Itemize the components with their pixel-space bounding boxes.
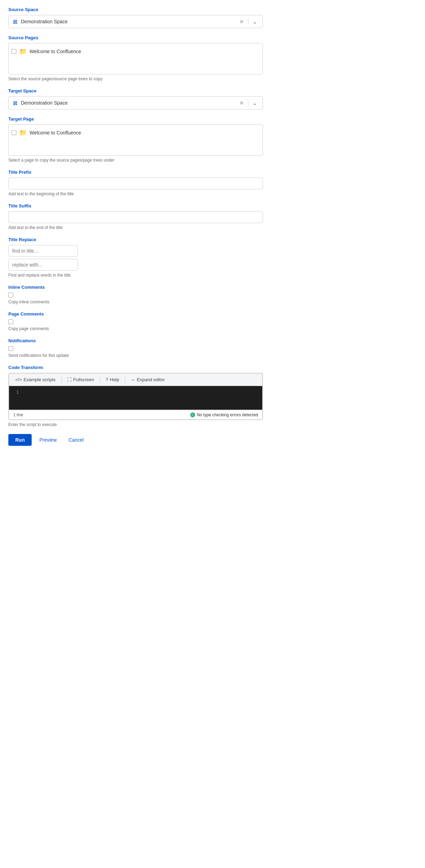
source-space-select[interactable]: ⊠ Demonstration Space ✕ ⌄ [8, 15, 263, 28]
notifications-checkbox[interactable] [8, 346, 13, 351]
source-space-clear-button[interactable]: ✕ [238, 18, 245, 25]
source-space-value: Demonstration Space [21, 19, 238, 24]
status-text: No type checking errors detected [197, 412, 258, 417]
code-icon: </> [15, 377, 22, 382]
inline-comments-label: Inline Comments [8, 285, 263, 290]
replace-group [8, 245, 263, 271]
code-status-bar: 1 line ✓ No type checking errors detecte… [9, 410, 263, 420]
example-scripts-label: Example scripts [24, 377, 56, 382]
notifications-helper: Send notifications for this update [8, 353, 263, 358]
code-transform-helper: Enter the script to execute [8, 422, 263, 427]
target-space-actions: ✕ ⌄ [238, 99, 258, 106]
title-prefix-label: Title Prefix [8, 170, 263, 175]
notifications-row [8, 346, 263, 351]
title-suffix-input[interactable] [8, 211, 263, 223]
help-label: Help [110, 377, 119, 382]
target-page-label: Target Page [8, 116, 263, 122]
fullscreen-button[interactable]: ⛶ Fullscreen [64, 376, 98, 384]
notifications-label: Notifications [8, 338, 263, 343]
code-editor[interactable]: 1 [9, 386, 263, 410]
list-item: 📁 Welcome to Confluence [11, 128, 260, 138]
inline-comments-section: Inline Comments Copy inline comments [8, 285, 263, 304]
cancel-button[interactable]: Cancel [64, 434, 88, 446]
preview-button[interactable]: Preview [35, 434, 61, 446]
target-space-section: Target Space ⊠ Demonstration Space ✕ ⌄ [8, 88, 263, 109]
help-button[interactable]: ? Help [102, 376, 123, 384]
title-prefix-input[interactable] [8, 178, 263, 189]
title-suffix-helper: Add text to the end of the title [8, 225, 263, 230]
source-space-icon: ⊠ [13, 18, 17, 25]
folder-icon: 📁 [19, 48, 27, 55]
target-space-select[interactable]: ⊠ Demonstration Space ✕ ⌄ [8, 96, 263, 109]
source-pages-section: Source Pages 📁 Welcome to Confluence Sel… [8, 35, 263, 81]
source-page-checkbox[interactable] [11, 49, 16, 54]
code-content[interactable] [23, 390, 262, 406]
notifications-section: Notifications Send notifications for thi… [8, 338, 263, 358]
target-space-expand-button[interactable]: ⌄ [251, 100, 258, 106]
folder-icon-2: 📁 [19, 129, 27, 137]
inline-comments-row [8, 293, 263, 297]
fullscreen-icon: ⛶ [67, 377, 72, 382]
title-suffix-label: Title Suffix [8, 203, 263, 208]
target-page-name: Welcome to Confluence [30, 130, 81, 136]
title-replace-helper: Find and replace words in the title [8, 273, 263, 278]
help-icon: ? [106, 377, 108, 382]
action-buttons: Run Preview Cancel [8, 434, 263, 446]
target-page-checkbox[interactable] [11, 130, 16, 135]
source-page-name: Welcome to Confluence [30, 49, 81, 54]
title-suffix-section: Title Suffix Add text to the end of the … [8, 203, 263, 230]
source-pages-label: Source Pages [8, 35, 263, 40]
find-in-title-input[interactable] [8, 245, 78, 257]
code-transform-wrapper: </> Example scripts ⛶ Fullscreen ? Help … [8, 373, 263, 420]
target-space-icon: ⊠ [13, 100, 17, 106]
run-button[interactable]: Run [8, 434, 32, 446]
title-prefix-section: Title Prefix Add text to the beginning o… [8, 170, 263, 196]
toolbar-separator-3 [125, 377, 125, 383]
title-replace-section: Title Replace Find and replace words in … [8, 237, 263, 278]
expand-editor-icon: ↔ [131, 377, 135, 382]
target-space-value: Demonstration Space [21, 100, 238, 106]
inline-comments-helper: Copy inline comments [8, 300, 263, 304]
page-comments-label: Page Comments [8, 311, 263, 317]
status-ok: ✓ No type checking errors detected [190, 412, 258, 417]
target-page-list: 📁 Welcome to Confluence [8, 124, 263, 156]
target-space-label: Target Space [8, 88, 263, 93]
select-divider [248, 18, 248, 25]
toolbar-separator-2 [100, 377, 100, 383]
expand-editor-label: Expand editor [137, 377, 165, 382]
code-transform-section: Code Transform </> Example scripts ⛶ Ful… [8, 365, 263, 427]
list-item: 📁 Welcome to Confluence [11, 46, 260, 57]
page-comments-checkbox[interactable] [8, 319, 13, 324]
status-dot-icon: ✓ [190, 412, 195, 417]
fullscreen-label: Fullscreen [73, 377, 94, 382]
target-page-helper: Select a page to copy the source pages/p… [8, 158, 263, 163]
source-space-section: Source Space ⊠ Demonstration Space ✕ ⌄ [8, 7, 263, 28]
source-space-actions: ✕ ⌄ [238, 18, 258, 25]
source-space-expand-button[interactable]: ⌄ [251, 18, 258, 25]
code-toolbar: </> Example scripts ⛶ Fullscreen ? Help … [9, 373, 263, 386]
page-comments-helper: Copy page comments [8, 326, 263, 331]
title-prefix-helper: Add text to the beginning of the title [8, 191, 263, 196]
line-number-1: 1 [16, 390, 19, 395]
lines-count: 1 line [13, 412, 23, 417]
source-pages-list: 📁 Welcome to Confluence [8, 43, 263, 74]
select-divider-2 [248, 99, 248, 106]
replace-with-input[interactable] [8, 259, 78, 271]
expand-editor-button[interactable]: ↔ Expand editor [127, 376, 168, 384]
example-scripts-button[interactable]: </> Example scripts [12, 376, 59, 384]
page-comments-section: Page Comments Copy page comments [8, 311, 263, 331]
target-page-section: Target Page 📁 Welcome to Confluence Sele… [8, 116, 263, 163]
source-pages-helper: Select the source pages/source page tree… [8, 76, 263, 81]
toolbar-separator-1 [61, 377, 62, 383]
target-space-clear-button[interactable]: ✕ [238, 100, 245, 106]
title-replace-label: Title Replace [8, 237, 263, 242]
page-comments-row [8, 319, 263, 324]
source-space-label: Source Space [8, 7, 263, 12]
line-numbers: 1 [9, 390, 23, 406]
code-transform-label: Code Transform [8, 365, 263, 370]
inline-comments-checkbox[interactable] [8, 293, 13, 297]
